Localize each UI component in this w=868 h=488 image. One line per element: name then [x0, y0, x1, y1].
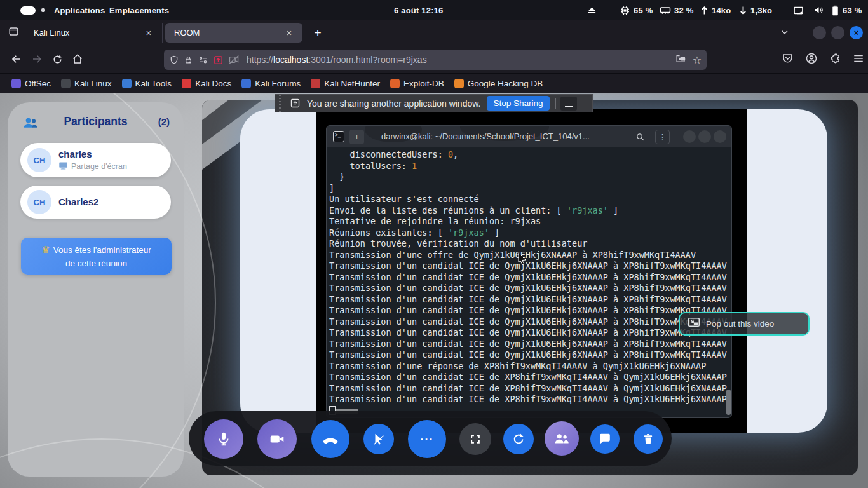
terminal-line: Transmission d'un candidat ICE de QymjX1… — [329, 283, 731, 294]
tab-close-icon[interactable]: × — [282, 26, 296, 40]
shared-screen-video[interactable]: >_ + darwinx@kali: ~/Documents/School/Pr… — [316, 109, 747, 433]
popout-video-tooltip[interactable]: Pop out this video — [679, 312, 810, 336]
minimize-notification-button[interactable] — [560, 97, 577, 111]
terminal-new-tab-button[interactable]: + — [349, 130, 364, 144]
terminal-line: Réunions existantes: [ 'r9jxas' ] — [329, 227, 731, 239]
bookmark-item[interactable]: Exploit-DB — [385, 76, 449, 91]
terminal-line: Transmission d'un candidat ICE de XP8hif… — [329, 383, 731, 395]
menu-places[interactable]: Emplacements — [109, 0, 169, 20]
screenshot-tool-icon[interactable] — [793, 0, 804, 20]
pip-toolbar-icon[interactable] — [675, 53, 686, 66]
extensions-icon[interactable] — [829, 52, 841, 67]
account-icon[interactable] — [805, 52, 818, 67]
tab-kali-linux[interactable]: Kali Linux × — [25, 23, 163, 43]
bookmark-item[interactable]: Kali Tools — [117, 76, 177, 91]
participant-row-charles[interactable]: CH charles Partage d'écran — [20, 143, 171, 177]
cpu-indicator[interactable]: 65 % — [620, 0, 653, 20]
bookmark-label: Kali NetHunter — [324, 79, 380, 88]
terminal-line: Transmission d'un candidat ICE de QymjX1… — [329, 316, 731, 328]
close-window-button[interactable]: × — [850, 26, 863, 39]
more-options-button[interactable]: ... — [408, 420, 446, 458]
terminal-output: disconnectedUsers: 0, totalUsers: 1 }]Un… — [327, 147, 731, 418]
participants-button[interactable] — [545, 421, 579, 456]
terminal-window-button[interactable] — [683, 130, 696, 143]
net-down-indicator[interactable]: 1,3ko — [739, 0, 772, 20]
terminal-line: Transmission d'un candidat ICE de QymjX1… — [329, 294, 731, 306]
bookmark-item[interactable]: Kali Forums — [236, 76, 306, 91]
terminal-search-icon[interactable] — [633, 130, 648, 144]
terminal-line: disconnectedUsers: 0, — [329, 149, 731, 161]
kali-menu-icon[interactable] — [20, 0, 45, 20]
stop-sharing-button[interactable]: Stop Sharing — [487, 96, 549, 111]
memory-icon — [660, 6, 671, 15]
camera-button[interactable] — [257, 419, 297, 459]
clock[interactable]: 6 août 12:16 — [394, 0, 444, 20]
mic-button[interactable] — [204, 419, 243, 459]
terminal-line: Transmission d'un candidat ICE de QymjX1… — [329, 327, 731, 339]
battery-indicator[interactable]: 63 % — [831, 0, 862, 20]
maximize-window-button[interactable] — [831, 26, 844, 39]
sharing-message: You are sharing another application wind… — [307, 98, 480, 109]
terminal-line: Transmission d'un candidat ICE de QymjX1… — [329, 305, 731, 316]
permissions-icon[interactable] — [198, 55, 208, 65]
terminal-scrollbar[interactable] — [726, 390, 731, 415]
net-up-indicator[interactable]: 14ko — [700, 0, 731, 20]
volume-icon[interactable] — [813, 0, 824, 20]
bookmark-item[interactable]: Kali NetHunter — [306, 76, 385, 91]
bookmark-star-icon[interactable]: ☆ — [693, 54, 702, 66]
bookmark-item[interactable]: Google Hacking DB — [449, 76, 548, 91]
participant-row-charles2[interactable]: CH Charles2 — [20, 186, 171, 219]
browser-nav-bar: https://localhost:3001/room.html?room=r9… — [0, 45, 868, 74]
bookmark-item[interactable]: Kali Docs — [177, 76, 236, 91]
refresh-button[interactable] — [503, 424, 534, 454]
terminal-line: ] — [329, 183, 731, 194]
bookmarks-bar: OffSecKali LinuxKali ToolsKali DocsKali … — [0, 74, 868, 93]
bookmark-label: Google Hacking DB — [468, 79, 543, 88]
eject-icon[interactable] — [587, 0, 597, 20]
menu-applications[interactable]: Applications — [54, 0, 105, 20]
participants-icon — [553, 431, 570, 446]
shield-icon[interactable] — [169, 55, 179, 65]
popout-label: Pop out this video — [706, 319, 774, 329]
minimize-window-button[interactable] — [813, 26, 826, 39]
tab-close-icon[interactable]: × — [142, 26, 156, 40]
pointer-button[interactable] — [363, 424, 394, 454]
avatar: CH — [27, 148, 51, 172]
hangup-button[interactable] — [311, 420, 349, 458]
screenshare-active-icon[interactable] — [213, 55, 224, 65]
delete-room-button[interactable] — [634, 424, 663, 454]
pocket-icon[interactable] — [782, 52, 794, 67]
drag-grip[interactable] — [277, 95, 282, 112]
participant-status: Partage d'écran — [58, 161, 127, 172]
terminal-window-button[interactable] — [698, 130, 711, 143]
lock-warning-icon[interactable] — [184, 55, 193, 65]
terminal-line: Envoi de la liste des réunions à un clie… — [329, 205, 731, 217]
menu-hamburger-icon[interactable] — [853, 53, 864, 66]
terminal-line: Transmission d'un candidat ICE de XP8hif… — [329, 394, 731, 405]
memory-indicator[interactable]: 32 % — [660, 0, 693, 20]
terminal-line: Transmission d'un candidat ICE de QymjX1… — [329, 339, 731, 350]
call-controls-bar: ... — [189, 411, 672, 466]
back-button[interactable] — [6, 49, 27, 69]
bookmark-favicon — [122, 79, 132, 88]
firefox-view-icon[interactable] — [8, 25, 20, 40]
avatar: CH — [27, 190, 51, 214]
bookmark-item[interactable]: OffSec — [6, 76, 56, 91]
terminal-window-button[interactable] — [714, 130, 726, 143]
terminal-menu-kebab-icon[interactable]: ⋮ — [655, 130, 670, 144]
new-tab-button[interactable]: + — [309, 24, 327, 42]
chat-button[interactable] — [590, 424, 620, 454]
home-button[interactable] — [67, 49, 88, 69]
bookmark-favicon — [390, 79, 400, 88]
tab-room[interactable]: ROOM × — [165, 23, 302, 43]
bookmark-item[interactable]: Kali Linux — [56, 76, 117, 91]
participant-name: Charles2 — [58, 196, 98, 207]
fullscreen-icon — [469, 433, 482, 445]
camera-blocked-icon[interactable] — [228, 55, 240, 65]
url-bar[interactable]: https://localhost:3001/room.html?room=r9… — [164, 50, 707, 70]
forward-button[interactable] — [27, 49, 47, 69]
reload-button[interactable] — [47, 49, 67, 69]
fullscreen-button[interactable] — [459, 423, 491, 455]
list-all-tabs-icon[interactable] — [780, 27, 790, 39]
terminal-line: Transmission d'un candidat ICE de XP8hif… — [329, 372, 731, 383]
